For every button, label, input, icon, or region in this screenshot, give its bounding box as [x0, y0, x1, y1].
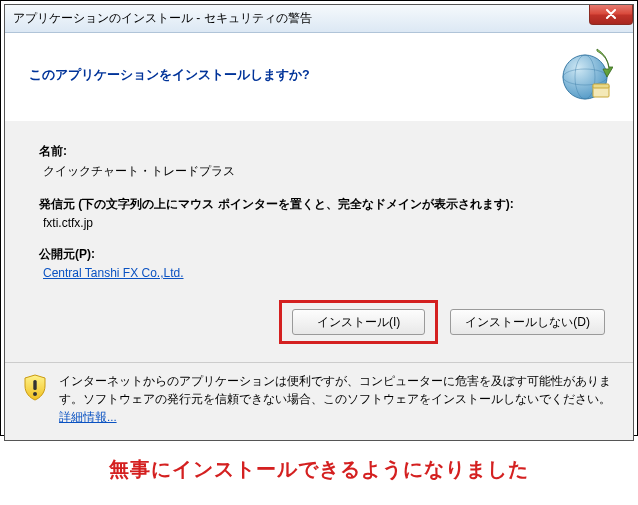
success-caption: 無事にインストールできるようになりました [0, 456, 638, 483]
install-highlight-frame: インストール(I) [279, 300, 438, 344]
name-label: 名前: [39, 143, 605, 160]
name-value: クイックチャート・トレードプラス [39, 163, 605, 180]
shield-warning-icon [21, 373, 49, 401]
close-button[interactable] [589, 5, 633, 25]
dont-install-button[interactable]: インストールしない(D) [450, 309, 605, 335]
security-warning-dialog: アプリケーションのインストール - セキュリティの警告 このアプリケーションをイ… [4, 4, 634, 441]
content-area: 名前: クイックチャート・トレードプラス 発信元 (下の文字列の上にマウス ポイ… [5, 121, 633, 362]
install-question: このアプリケーションをインストールしますか? [29, 67, 310, 84]
origin-label: 発信元 (下の文字列の上にマウス ポインターを置くと、完全なドメインが表示されま… [39, 196, 605, 213]
more-info-link[interactable]: 詳細情報... [59, 411, 117, 423]
field-name: 名前: クイックチャート・トレードプラス [39, 143, 605, 180]
svg-point-6 [33, 392, 37, 396]
publisher-link[interactable]: Central Tanshi FX Co.,Ltd. [39, 266, 184, 280]
svg-rect-5 [33, 380, 36, 390]
footer-text: インターネットからのアプリケーションは便利ですが、コンピューターに危害を及ぼす可… [59, 373, 617, 426]
install-button[interactable]: インストール(I) [292, 309, 425, 335]
field-origin: 発信元 (下の文字列の上にマウス ポインターを置くと、完全なドメインが表示されま… [39, 196, 605, 230]
window-title: アプリケーションのインストール - セキュリティの警告 [13, 10, 312, 27]
footer-message: インターネットからのアプリケーションは便利ですが、コンピューターに危害を及ぼす可… [59, 375, 611, 405]
close-icon [605, 8, 617, 22]
publisher-label: 公開元(P): [39, 246, 605, 263]
origin-value: fxti.ctfx.jp [39, 216, 605, 230]
footer-area: インターネットからのアプリケーションは便利ですが、コンピューターに危害を及ぼす可… [5, 362, 633, 440]
button-row: インストール(I) インストールしない(D) [39, 300, 605, 344]
svg-rect-4 [593, 84, 609, 88]
header-area: このアプリケーションをインストールしますか? [5, 33, 633, 121]
globe-install-icon [557, 47, 613, 103]
titlebar: アプリケーションのインストール - セキュリティの警告 [5, 5, 633, 33]
field-publisher: 公開元(P): Central Tanshi FX Co.,Ltd. [39, 246, 605, 280]
